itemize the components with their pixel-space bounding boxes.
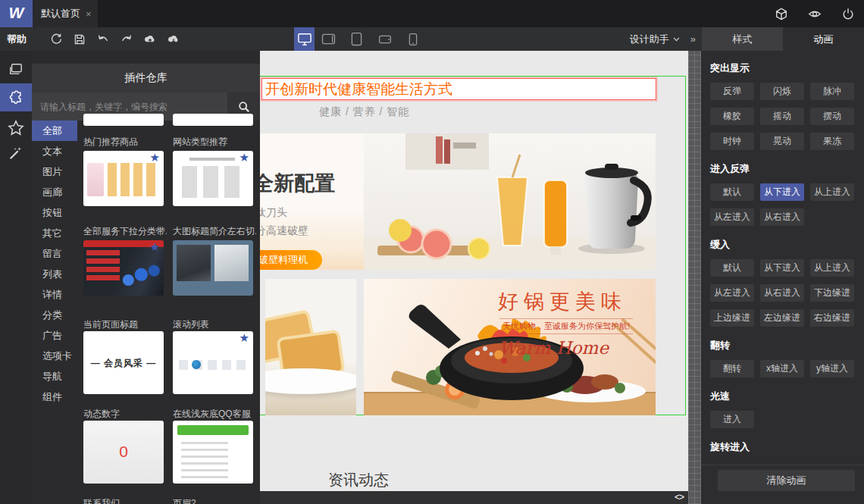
banner1-line2: 分高速破壁 [260, 224, 308, 238]
animation-section: 光速进入 [710, 390, 855, 428]
components-cube-icon[interactable] [775, 7, 788, 20]
animation-button-脉冲[interactable]: 脉冲 [810, 83, 854, 100]
animation-button-grid: 翻转x轴进入y轴进入 [710, 360, 855, 377]
device-switcher [294, 27, 427, 51]
device-tablet-landscape-icon[interactable] [315, 27, 343, 51]
toolbar-right: 设计助手 » 样式 动画 [630, 27, 864, 51]
plugin-card-dropdown[interactable]: ★ [83, 240, 164, 296]
animation-button-y轴进入[interactable]: y轴进入 [810, 360, 854, 377]
banner1-heading: 全新配置 [260, 170, 335, 197]
plugins-puzzle-icon[interactable] [0, 83, 32, 111]
plugin-card-scrolllist[interactable]: ★ [173, 331, 253, 394]
animation-button-从右进入[interactable]: 从右进入 [760, 208, 804, 226]
animation-button-翻转[interactable]: 翻转 [710, 360, 754, 377]
save-icon[interactable] [73, 33, 86, 46]
plugin-card-products[interactable]: ★ [83, 151, 164, 206]
animation-button-从下进入[interactable]: 从下进入 [760, 183, 804, 201]
animation-button-时钟[interactable]: 时钟 [710, 133, 754, 150]
plugin-card-sitetypes[interactable]: ★ [173, 151, 253, 206]
animation-section: 翻转翻转x轴进入y轴进入 [710, 339, 855, 377]
tab-animation[interactable]: 动画 [783, 27, 864, 51]
product-banner-wok[interactable]: 好锅更美味 无忧购物，至诚服务为你保驾护航! Warm Home [260, 279, 656, 415]
animation-button-橡胶[interactable]: 橡胶 [710, 108, 754, 125]
redo-icon[interactable] [120, 33, 133, 46]
wd-logo: W [0, 0, 33, 27]
animation-panel-footer: 清除动画 [701, 465, 864, 504]
banner2-subtitle: 无忧购物，至诚服务为你保驾护航! [499, 318, 633, 334]
animation-button-上边缘进[interactable]: 上边缘进 [710, 309, 754, 327]
plugin-card-pagetitle[interactable]: — 会员风采 — [83, 331, 164, 394]
banner2-title: 好锅更美味 [498, 288, 627, 315]
section-title: 缓入 [710, 238, 855, 252]
animation-button-从下进入[interactable]: 从下进入 [760, 259, 804, 277]
plugin-label: 联系我们 [83, 497, 167, 504]
plugin-card-bigimage[interactable] [173, 240, 253, 296]
page-tab[interactable]: 默认首页 × [33, 0, 98, 27]
plugin-card-partial[interactable] [173, 114, 253, 126]
animation-button-下边缘进[interactable]: 下边缘进 [810, 284, 854, 302]
plugin-card-partial[interactable] [83, 114, 164, 126]
animation-button-果冻[interactable]: 果冻 [810, 133, 854, 150]
animation-section: 突出显示反弹闪烁脉冲橡胶摇动摆动时钟晃动果冻 [710, 61, 855, 150]
clear-animation-button[interactable]: 清除动画 [718, 470, 855, 491]
plugin-label: 全部服务下拉分类带... [83, 225, 167, 238]
plugin-grid: 热门推荐商品★网站类型推荐★全部服务下拉分类带...★大图标题简介左右切...当… [32, 51, 260, 504]
plugin-label: 网站类型推荐 [173, 136, 256, 149]
banner1-text-column: 全新配置 钛刀头 分高速破壁 热破壁料理机 [260, 133, 364, 270]
animation-button-晃动[interactable]: 晃动 [760, 133, 804, 150]
favorites-star-icon[interactable] [0, 114, 32, 140]
animation-button-左边缘进[interactable]: 左边缘进 [760, 309, 804, 327]
magic-wand-icon[interactable] [0, 140, 32, 166]
refresh-icon[interactable] [49, 33, 63, 46]
animation-button-默认[interactable]: 默认 [710, 183, 754, 201]
design-canvas[interactable]: 开创新时代健康智能生活方式 健康 / 营养 / 智能 全新配置 钛刀头 分高速破… [260, 51, 688, 504]
plugin-card-number[interactable]: 0 [83, 421, 164, 484]
favorite-star-icon[interactable]: ★ [150, 152, 160, 163]
animation-button-右边缘进[interactable]: 右边缘进 [810, 309, 854, 327]
cloud-upload-icon[interactable] [143, 33, 157, 46]
device-desktop-icon[interactable] [294, 27, 315, 51]
animation-button-x轴进入[interactable]: x轴进入 [760, 360, 804, 377]
device-phone-portrait-icon[interactable] [399, 27, 427, 51]
collapse-panel-icon[interactable]: » [690, 33, 696, 45]
favorite-star-icon[interactable]: ★ [150, 241, 160, 252]
plugin-warehouse-panel: ‹ 插件仓库 全部文本图片画廊按钮其它留言列表详情分类广告选项卡导航组件 热门推… [32, 51, 260, 504]
device-phone-landscape-icon[interactable] [371, 27, 399, 51]
section-title: 翻转 [710, 339, 855, 352]
kettle-photo [364, 133, 656, 270]
help-menu[interactable]: 帮助 [7, 33, 27, 46]
tab-close-icon[interactable]: × [86, 8, 92, 20]
animation-button-默认[interactable]: 默认 [710, 259, 754, 277]
product-banner-kettle[interactable]: 全新配置 钛刀头 分高速破壁 热破壁料理机 [260, 133, 656, 270]
news-section-heading[interactable]: 资讯动态 [328, 470, 389, 490]
cloud-download-icon[interactable] [167, 33, 180, 46]
device-tablet-portrait-icon[interactable] [343, 27, 371, 51]
page-subtitle[interactable]: 健康 / 营养 / 智能 [319, 105, 409, 119]
banner1-cta-button[interactable]: 热破壁料理机 [260, 250, 322, 270]
canvas-scrollbar[interactable] [688, 51, 701, 504]
plugin-label: 在线浅灰底QQ客服 [173, 408, 256, 421]
animation-button-从左进入[interactable]: 从左进入 [710, 208, 754, 226]
undo-icon[interactable] [96, 33, 110, 46]
animation-button-摇动[interactable]: 摇动 [760, 108, 804, 125]
animation-button-grid: 反弹闪烁脉冲橡胶摇动摆动时钟晃动果冻 [710, 83, 855, 150]
animation-button-闪烁[interactable]: 闪烁 [760, 83, 804, 100]
design-assistant-dropdown[interactable]: 设计助手 [630, 33, 680, 46]
animation-button-反弹[interactable]: 反弹 [710, 83, 754, 100]
animation-button-从左进入[interactable]: 从左进入 [710, 284, 754, 302]
animation-sections: 突出显示反弹闪烁脉冲橡胶摇动摆动时钟晃动果冻进入反弹默认从下进入从上进入从左进入… [710, 61, 855, 454]
favorite-star-icon[interactable]: ★ [239, 152, 249, 163]
preview-eye-icon[interactable] [808, 7, 822, 20]
power-icon[interactable] [841, 7, 855, 20]
selected-title-element[interactable]: 开创新时代健康智能生活方式 [261, 78, 656, 100]
code-view-icon[interactable]: <> [675, 492, 684, 502]
plugin-card-qq[interactable] [173, 421, 253, 484]
animation-button-进入[interactable]: 进入 [710, 411, 754, 428]
animation-button-从右进入[interactable]: 从右进入 [760, 284, 804, 302]
animation-button-从上进入[interactable]: 从上进入 [810, 183, 854, 201]
animation-button-摆动[interactable]: 摆动 [810, 108, 854, 125]
animation-button-从上进入[interactable]: 从上进入 [810, 259, 854, 277]
favorite-star-icon[interactable]: ★ [239, 332, 249, 343]
tab-style[interactable]: 样式 [702, 27, 783, 51]
pages-icon[interactable] [0, 57, 32, 83]
